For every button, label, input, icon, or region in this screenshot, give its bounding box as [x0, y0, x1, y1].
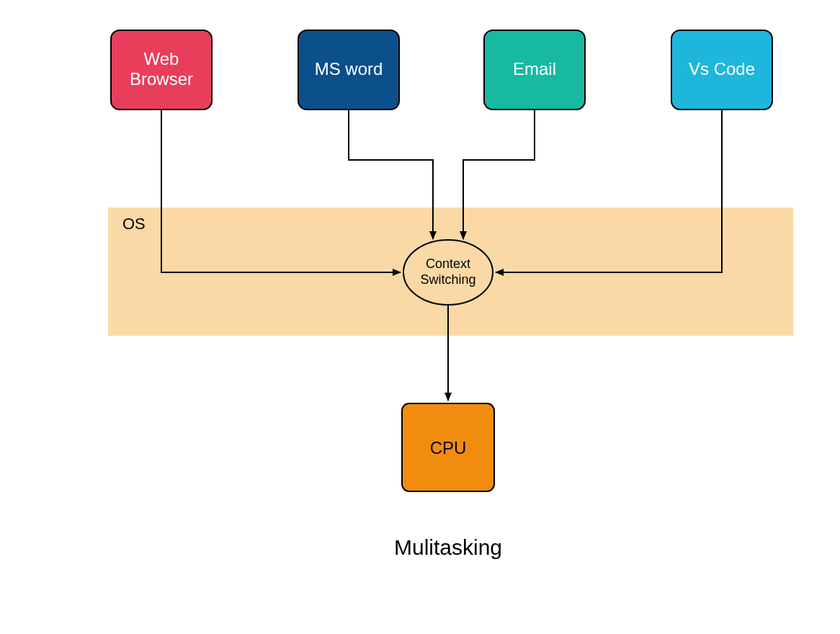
app-web-browser: Web Browser — [111, 30, 212, 110]
os-label: OS — [122, 215, 146, 233]
multitasking-diagram: OS Web Browser MS word Email Vs Code Con… — [0, 0, 840, 634]
app-vs-code-label: Vs Code — [689, 59, 755, 79]
app-web-browser-label1: Web — [144, 49, 179, 68]
app-web-browser-label2: Browser — [130, 69, 193, 89]
app-ms-word: MS word — [298, 30, 399, 110]
cpu-label: CPU — [430, 438, 467, 457]
context-switching-label1: Context — [426, 256, 470, 271]
context-switching-label2: Switching — [420, 272, 475, 287]
diagram-caption: Mulitasking — [394, 535, 502, 559]
app-ms-word-label: MS word — [315, 59, 383, 79]
app-email-label: Email — [513, 59, 556, 79]
app-email: Email — [484, 30, 585, 110]
cpu-box: CPU — [402, 403, 494, 491]
app-vs-code: Vs Code — [671, 30, 772, 110]
